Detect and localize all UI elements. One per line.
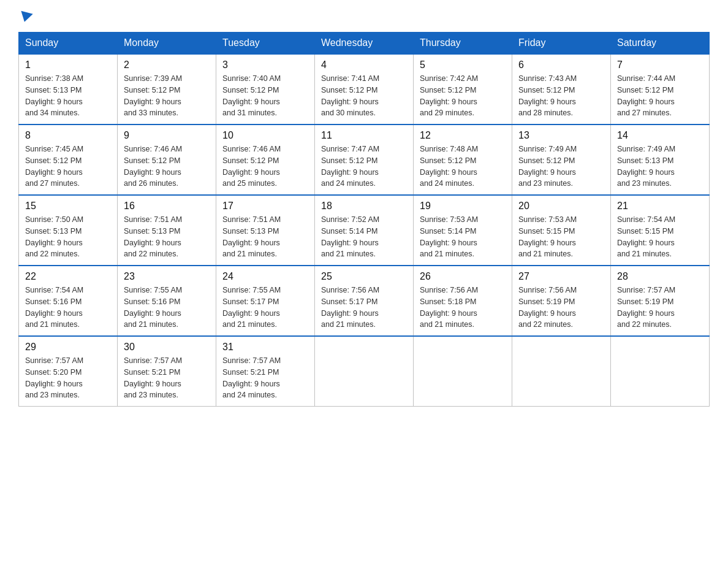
calendar-day-cell: 12 Sunrise: 7:48 AMSunset: 5:12 PMDaylig… (414, 124, 512, 195)
day-info: Sunrise: 7:56 AMSunset: 5:18 PMDaylight:… (420, 285, 506, 331)
calendar-day-cell: 21 Sunrise: 7:54 AMSunset: 5:15 PMDaylig… (611, 195, 710, 266)
calendar-week-row: 22 Sunrise: 7:54 AMSunset: 5:16 PMDaylig… (19, 266, 710, 336)
calendar-day-cell: 22 Sunrise: 7:54 AMSunset: 5:16 PMDaylig… (19, 266, 118, 336)
day-number: 2 (124, 59, 210, 71)
calendar-week-row: 1 Sunrise: 7:38 AMSunset: 5:13 PMDayligh… (19, 54, 710, 124)
day-info: Sunrise: 7:53 AMSunset: 5:14 PMDaylight:… (420, 214, 506, 260)
day-info: Sunrise: 7:57 AMSunset: 5:20 PMDaylight:… (25, 355, 111, 401)
day-number: 1 (25, 59, 111, 71)
day-info: Sunrise: 7:38 AMSunset: 5:13 PMDaylight:… (25, 73, 111, 119)
day-info: Sunrise: 7:49 AMSunset: 5:13 PMDaylight:… (617, 144, 703, 190)
calendar-day-cell: 9 Sunrise: 7:46 AMSunset: 5:12 PMDayligh… (118, 124, 216, 195)
day-number: 7 (617, 59, 703, 71)
day-info: Sunrise: 7:45 AMSunset: 5:12 PMDaylight:… (25, 144, 111, 190)
calendar-empty-cell (611, 336, 710, 407)
calendar-empty-cell (414, 336, 512, 407)
calendar-week-row: 29 Sunrise: 7:57 AMSunset: 5:20 PMDaylig… (19, 336, 710, 407)
day-info: Sunrise: 7:55 AMSunset: 5:16 PMDaylight:… (124, 285, 210, 331)
calendar-header-tuesday: Tuesday (216, 33, 315, 55)
day-number: 20 (518, 201, 604, 212)
calendar-day-cell: 6 Sunrise: 7:43 AMSunset: 5:12 PMDayligh… (512, 54, 611, 124)
day-info: Sunrise: 7:52 AMSunset: 5:14 PMDaylight:… (321, 214, 407, 260)
calendar-week-row: 15 Sunrise: 7:50 AMSunset: 5:13 PMDaylig… (19, 195, 710, 266)
calendar-header-friday: Friday (512, 33, 611, 55)
calendar-day-cell: 8 Sunrise: 7:45 AMSunset: 5:12 PMDayligh… (19, 124, 118, 195)
day-info: Sunrise: 7:56 AMSunset: 5:19 PMDaylight:… (518, 285, 604, 331)
page-header (18, 12, 710, 21)
day-info: Sunrise: 7:44 AMSunset: 5:12 PMDaylight:… (617, 73, 703, 119)
calendar-week-row: 8 Sunrise: 7:45 AMSunset: 5:12 PMDayligh… (19, 124, 710, 195)
calendar-day-cell: 11 Sunrise: 7:47 AMSunset: 5:12 PMDaylig… (315, 124, 414, 195)
logo (18, 12, 32, 21)
day-number: 22 (25, 271, 111, 282)
day-info: Sunrise: 7:57 AMSunset: 5:21 PMDaylight:… (222, 355, 308, 401)
day-info: Sunrise: 7:50 AMSunset: 5:13 PMDaylight:… (25, 214, 111, 260)
calendar-day-cell: 26 Sunrise: 7:56 AMSunset: 5:18 PMDaylig… (414, 266, 512, 336)
day-info: Sunrise: 7:48 AMSunset: 5:12 PMDaylight:… (420, 144, 506, 190)
calendar-day-cell: 18 Sunrise: 7:52 AMSunset: 5:14 PMDaylig… (315, 195, 414, 266)
day-info: Sunrise: 7:56 AMSunset: 5:17 PMDaylight:… (321, 285, 407, 331)
calendar-day-cell: 23 Sunrise: 7:55 AMSunset: 5:16 PMDaylig… (118, 266, 216, 336)
day-info: Sunrise: 7:53 AMSunset: 5:15 PMDaylight:… (518, 214, 604, 260)
day-info: Sunrise: 7:49 AMSunset: 5:12 PMDaylight:… (518, 144, 604, 190)
day-info: Sunrise: 7:55 AMSunset: 5:17 PMDaylight:… (222, 285, 308, 331)
day-info: Sunrise: 7:43 AMSunset: 5:12 PMDaylight:… (518, 73, 604, 119)
day-number: 14 (617, 130, 703, 141)
day-info: Sunrise: 7:51 AMSunset: 5:13 PMDaylight:… (124, 214, 210, 260)
day-info: Sunrise: 7:51 AMSunset: 5:13 PMDaylight:… (222, 214, 308, 260)
day-number: 27 (518, 271, 604, 282)
calendar-day-cell: 27 Sunrise: 7:56 AMSunset: 5:19 PMDaylig… (512, 266, 611, 336)
day-number: 17 (222, 201, 308, 212)
day-number: 28 (617, 271, 703, 282)
day-number: 11 (321, 130, 407, 141)
day-number: 10 (222, 130, 308, 141)
day-number: 30 (124, 342, 210, 353)
day-number: 24 (222, 271, 308, 282)
day-number: 6 (518, 59, 604, 71)
calendar-header-thursday: Thursday (414, 33, 512, 55)
day-info: Sunrise: 7:46 AMSunset: 5:12 PMDaylight:… (222, 144, 308, 190)
day-info: Sunrise: 7:40 AMSunset: 5:12 PMDaylight:… (222, 73, 308, 119)
day-number: 31 (222, 342, 308, 353)
day-number: 26 (420, 271, 506, 282)
calendar-day-cell: 25 Sunrise: 7:56 AMSunset: 5:17 PMDaylig… (315, 266, 414, 336)
day-number: 23 (124, 271, 210, 282)
day-number: 25 (321, 271, 407, 282)
day-number: 5 (420, 59, 506, 71)
day-number: 18 (321, 201, 407, 212)
day-number: 4 (321, 59, 407, 71)
calendar-day-cell: 29 Sunrise: 7:57 AMSunset: 5:20 PMDaylig… (19, 336, 118, 407)
day-number: 9 (124, 130, 210, 141)
calendar-day-cell: 16 Sunrise: 7:51 AMSunset: 5:13 PMDaylig… (118, 195, 216, 266)
day-number: 19 (420, 201, 506, 212)
day-info: Sunrise: 7:57 AMSunset: 5:19 PMDaylight:… (617, 285, 703, 331)
day-number: 15 (25, 201, 111, 212)
calendar-day-cell: 15 Sunrise: 7:50 AMSunset: 5:13 PMDaylig… (19, 195, 118, 266)
calendar-day-cell: 4 Sunrise: 7:41 AMSunset: 5:12 PMDayligh… (315, 54, 414, 124)
day-info: Sunrise: 7:54 AMSunset: 5:16 PMDaylight:… (25, 285, 111, 331)
calendar-header-row: SundayMondayTuesdayWednesdayThursdayFrid… (19, 33, 710, 55)
calendar-table: SundayMondayTuesdayWednesdayThursdayFrid… (18, 32, 710, 407)
calendar-empty-cell (512, 336, 611, 407)
day-info: Sunrise: 7:54 AMSunset: 5:15 PMDaylight:… (617, 214, 703, 260)
day-info: Sunrise: 7:39 AMSunset: 5:12 PMDaylight:… (124, 73, 210, 119)
calendar-day-cell: 28 Sunrise: 7:57 AMSunset: 5:19 PMDaylig… (611, 266, 710, 336)
calendar-day-cell: 31 Sunrise: 7:57 AMSunset: 5:21 PMDaylig… (216, 336, 315, 407)
day-number: 3 (222, 59, 308, 71)
calendar-day-cell: 30 Sunrise: 7:57 AMSunset: 5:21 PMDaylig… (118, 336, 216, 407)
day-number: 12 (420, 130, 506, 141)
calendar-day-cell: 19 Sunrise: 7:53 AMSunset: 5:14 PMDaylig… (414, 195, 512, 266)
calendar-header-saturday: Saturday (611, 33, 710, 55)
day-info: Sunrise: 7:46 AMSunset: 5:12 PMDaylight:… (124, 144, 210, 190)
calendar-day-cell: 13 Sunrise: 7:49 AMSunset: 5:12 PMDaylig… (512, 124, 611, 195)
calendar-day-cell: 14 Sunrise: 7:49 AMSunset: 5:13 PMDaylig… (611, 124, 710, 195)
calendar-day-cell: 10 Sunrise: 7:46 AMSunset: 5:12 PMDaylig… (216, 124, 315, 195)
calendar-header-monday: Monday (118, 33, 216, 55)
calendar-day-cell: 1 Sunrise: 7:38 AMSunset: 5:13 PMDayligh… (19, 54, 118, 124)
calendar-header-wednesday: Wednesday (315, 33, 414, 55)
calendar-day-cell: 7 Sunrise: 7:44 AMSunset: 5:12 PMDayligh… (611, 54, 710, 124)
day-number: 21 (617, 201, 703, 212)
calendar-day-cell: 24 Sunrise: 7:55 AMSunset: 5:17 PMDaylig… (216, 266, 315, 336)
day-number: 13 (518, 130, 604, 141)
calendar-day-cell: 2 Sunrise: 7:39 AMSunset: 5:12 PMDayligh… (118, 54, 216, 124)
